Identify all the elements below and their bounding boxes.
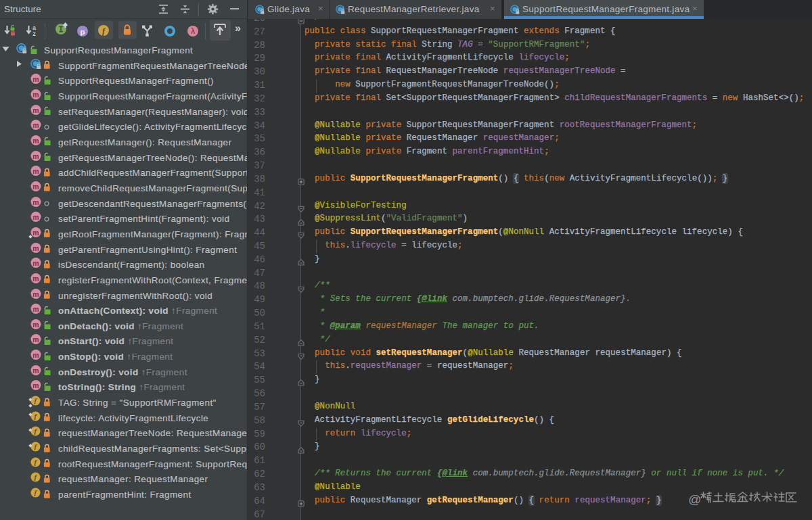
svg-text:m: m <box>32 151 39 160</box>
svg-text:m: m <box>32 228 39 236</box>
svg-text:m: m <box>32 105 39 114</box>
svg-text:m: m <box>32 335 39 344</box>
svg-text:m: m <box>32 320 39 328</box>
svg-text:m: m <box>32 289 39 298</box>
svg-text:m: m <box>32 197 39 206</box>
svg-text:m: m <box>32 121 39 129</box>
svg-text:m: m <box>32 243 39 252</box>
svg-text:m: m <box>32 351 39 359</box>
svg-text:p: p <box>80 28 85 36</box>
svg-text:m: m <box>32 259 39 267</box>
svg-text:z: z <box>32 30 36 37</box>
svg-text:m: m <box>32 381 39 389</box>
svg-text:m: m <box>32 182 39 190</box>
svg-text:m: m <box>32 75 39 83</box>
svg-text:m: m <box>32 213 39 221</box>
svg-text:m: m <box>32 136 39 144</box>
svg-text:m: m <box>32 366 39 374</box>
svg-text:m: m <box>32 91 39 99</box>
svg-text:m: m <box>32 305 39 313</box>
svg-text:m: m <box>32 274 39 282</box>
svg-text:λ: λ <box>191 26 196 36</box>
svg-text:m: m <box>32 167 39 175</box>
